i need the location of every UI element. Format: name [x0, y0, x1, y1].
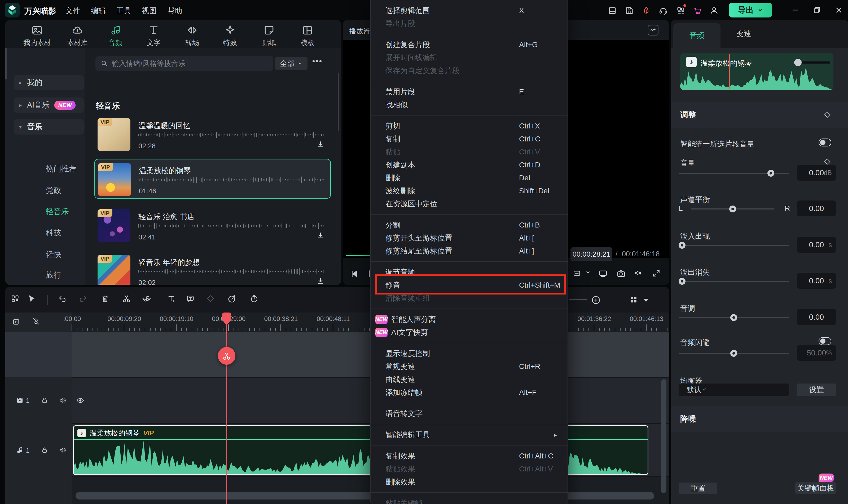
menu-item-复制[interactable]: 复制Ctrl+C: [370, 132, 568, 145]
search-input[interactable]: 输入情绪/风格等搜音乐: [96, 56, 273, 71]
sidebar-item-轻快[interactable]: 轻快: [46, 249, 61, 260]
slider-thumb[interactable]: [679, 278, 686, 285]
eq-dropdown[interactable]: 默认: [679, 383, 789, 396]
headset-icon[interactable]: [657, 5, 669, 16]
sidebar-item-党政[interactable]: 党政: [46, 185, 61, 196]
audio-meter-icon[interactable]: [648, 25, 658, 35]
value-box[interactable]: 0.00: [797, 200, 836, 216]
toolbar-audio-stretch-button[interactable]: [142, 294, 151, 303]
playhead-scissors-button[interactable]: [218, 347, 236, 365]
player-speaker-icon[interactable]: [634, 269, 642, 277]
slider-thumb[interactable]: [730, 314, 737, 321]
toolbar-trash-button[interactable]: [101, 294, 110, 303]
card-mini-slider[interactable]: [798, 61, 830, 64]
sidebar-group-AI音乐[interactable]: ▸AI音乐NEW: [14, 97, 84, 113]
toolbar-cursor-button[interactable]: [27, 294, 36, 303]
keyframe-diamond-icon[interactable]: [823, 158, 831, 165]
player-quality-icon[interactable]: [573, 269, 581, 277]
sidebar-scrollbar[interactable]: [5, 48, 7, 79]
sidebar-group-音乐[interactable]: ▾音乐: [14, 119, 84, 134]
apps-icon[interactable]: [675, 5, 687, 16]
toolbar-timer-button[interactable]: [250, 294, 259, 303]
module-tab-贴纸[interactable]: 贴纸: [253, 24, 285, 48]
toolbar-redo-button[interactable]: [78, 294, 87, 303]
timeline-vscrollbar[interactable]: [661, 379, 667, 493]
music-card-1[interactable]: VIP温馨温暖的回忆 02:28: [94, 114, 331, 154]
toggle-智能统一所选片段音量[interactable]: [818, 139, 831, 146]
download-icon[interactable]: [316, 277, 325, 285]
menubar-item-2[interactable]: 编辑: [91, 6, 106, 16]
slider-thumb[interactable]: [679, 242, 686, 249]
restore-button[interactable]: [812, 5, 822, 15]
menu-item-分割[interactable]: 分割Ctrl+B: [370, 218, 568, 232]
keyframe-panel-button[interactable]: 关键帧面板: [795, 482, 836, 494]
module-tab-模板[interactable]: 模板: [292, 24, 324, 48]
card-mini-slider-thumb[interactable]: [794, 59, 802, 66]
eq-settings-button[interactable]: 设置: [797, 383, 836, 396]
player-prev-frame-button[interactable]: [349, 269, 359, 278]
menu-item-找相似[interactable]: 找相似: [370, 98, 568, 111]
module-tab-我的素材[interactable]: 我的素材: [21, 24, 53, 48]
slider-track[interactable]: [679, 245, 789, 246]
zoom-in-icon[interactable]: [591, 295, 601, 305]
visibility-icon[interactable]: [76, 396, 84, 404]
auto-ripple-icon[interactable]: [32, 317, 40, 325]
lock-icon[interactable]: [41, 396, 48, 404]
menu-item-显示速度控制[interactable]: 显示速度控制: [370, 347, 568, 360]
mute-icon[interactable]: [59, 446, 67, 454]
menu-item-AI文字快剪[interactable]: NEWAI文字快剪: [370, 326, 568, 339]
menubar-item-5[interactable]: 帮助: [167, 6, 182, 16]
list-scrollbar[interactable]: [338, 73, 339, 131]
menu-item-复制效果[interactable]: 复制效果Ctrl+Alt+C: [370, 449, 568, 463]
toolbar-scissors-button[interactable]: [122, 294, 131, 303]
value-box[interactable]: 0.00: [797, 309, 836, 325]
download-icon[interactable]: [316, 140, 325, 148]
slider-track[interactable]: [679, 281, 789, 282]
slider-thumb[interactable]: [730, 350, 737, 357]
reset-button[interactable]: 重置: [679, 483, 717, 494]
menu-item-创建复合片段[interactable]: 创建复合片段Alt+G: [370, 38, 568, 51]
timecode-current[interactable]: 00:00:28:21: [570, 247, 612, 261]
lock-icon[interactable]: [41, 446, 48, 454]
mute-icon[interactable]: [59, 396, 67, 404]
module-tab-素材库[interactable]: 素材库: [62, 24, 93, 48]
module-tab-文字[interactable]: 文字: [138, 24, 170, 48]
menu-item-曲线变速[interactable]: 曲线变速: [370, 373, 568, 386]
music-card-3[interactable]: VIP轻音乐 治愈 书店 02:41: [94, 205, 331, 245]
add-to-track-icon[interactable]: [12, 318, 20, 326]
module-tab-特效[interactable]: 特效: [214, 24, 246, 48]
sidebar-item-轻音乐[interactable]: 轻音乐: [46, 206, 69, 217]
notification-icon[interactable]: [640, 5, 652, 16]
sidebar-item-热门推荐[interactable]: 热门推荐: [46, 164, 76, 174]
menu-item-创建副本[interactable]: 创建副本Ctrl+D: [370, 158, 568, 172]
sidebar-item-科技[interactable]: 科技: [46, 228, 61, 238]
music-card-4[interactable]: VIP轻音乐 年轻的梦想 02:02: [94, 251, 331, 285]
minimize-button[interactable]: [790, 5, 800, 15]
toolbar-keyframe-button[interactable]: [206, 294, 215, 303]
close-button[interactable]: [833, 5, 844, 15]
value-box[interactable]: 0.00dB: [797, 165, 836, 181]
music-card-2[interactable]: VIP温柔放松的钢琴 01:46: [94, 159, 331, 199]
cart-icon[interactable]: [692, 5, 704, 16]
menu-item-常规变速[interactable]: 常规变速Ctrl+R: [370, 360, 568, 373]
filter-dropdown[interactable]: 全部: [275, 57, 308, 70]
module-tab-音频[interactable]: 音频: [99, 24, 131, 48]
timeline-zoom-slider[interactable]: [569, 299, 587, 300]
export-button[interactable]: 导出: [729, 3, 772, 17]
value-box[interactable]: 50.00%: [797, 345, 836, 361]
toolbar-tts-button[interactable]: [186, 294, 195, 303]
tab-player[interactable]: 播放器: [349, 26, 370, 36]
menu-item-禁用片段[interactable]: 禁用片段E: [370, 85, 568, 98]
user-icon[interactable]: [708, 5, 720, 16]
toolbar-text-add-button[interactable]: [167, 294, 176, 303]
menubar-item-1[interactable]: 文件: [66, 6, 80, 16]
keyframe-diamond-icon[interactable]: [823, 111, 831, 119]
toolbar-blocks-button[interactable]: [11, 294, 20, 303]
menu-item-添加冻结帧[interactable]: 添加冻结帧Alt+F: [370, 386, 568, 399]
player-monitor-icon[interactable]: [599, 269, 608, 278]
layout-panel-icon[interactable]: [606, 5, 618, 16]
sidebar-item-旅行[interactable]: 旅行: [46, 270, 61, 281]
section-调整[interactable]: 调整: [671, 102, 848, 128]
menu-item-智能人声分离[interactable]: NEW智能人声分离: [370, 313, 568, 326]
track-layout-icon[interactable]: [629, 295, 638, 304]
